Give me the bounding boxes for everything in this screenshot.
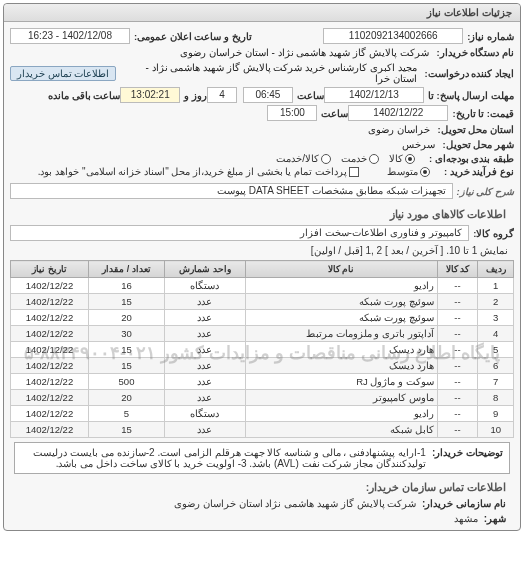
cell-name: ماوس کامپیوتر — [245, 390, 437, 406]
label-purchase-type: نوع فرآیند خرید : — [444, 166, 514, 177]
table-row: 1--رادیودستگاه161402/12/22 — [11, 278, 514, 294]
label-need: شرح کلی نیاز: — [457, 186, 514, 197]
cell-date: 1402/12/22 — [11, 422, 89, 438]
table-row: 3--سوئیچ پورت شبکهعدد201402/12/22 — [11, 310, 514, 326]
cell-n: 9 — [478, 406, 514, 422]
cell-name: کابل شبکه — [245, 422, 437, 438]
th-unit: واحد شمارش — [165, 261, 246, 278]
table-wrapper: ردیف کد کالا نام کالا واحد شمارش تعداد /… — [10, 260, 514, 438]
cell-unit: عدد — [165, 374, 246, 390]
cell-date: 1402/12/22 — [11, 390, 89, 406]
cell-date: 1402/12/22 — [11, 406, 89, 422]
cell-n: 10 — [478, 422, 514, 438]
cell-unit: دستگاه — [165, 278, 246, 294]
label-footer-city: شهر: — [484, 513, 506, 524]
value-need: تجهیزات شبکه مطابق مشخصات DATA SHEET پیو… — [10, 183, 453, 199]
cell-date: 1402/12/22 — [11, 310, 89, 326]
cell-date: 1402/12/22 — [11, 278, 89, 294]
cell-name: هارد دیسک — [245, 358, 437, 374]
value-price-time: 15:00 — [267, 105, 317, 121]
cell-unit: عدد — [165, 390, 246, 406]
table-row: 10--کابل شبکهعدد151402/12/22 — [11, 422, 514, 438]
cell-name: سوکت و ماژول RJ — [245, 374, 437, 390]
value-time-left: 13:02:21 — [120, 87, 180, 103]
label-goods-group: گروه کالا: — [473, 228, 514, 239]
label-time-left: ساعت باقی مانده — [48, 90, 120, 101]
radio-label: کالا — [389, 153, 403, 164]
cell-qty: 15 — [88, 358, 164, 374]
cell-qty: 15 — [88, 342, 164, 358]
value-footer-city: مشهد — [454, 513, 478, 524]
radio-budget-kala[interactable]: کالا — [389, 153, 415, 164]
cell-code: -- — [437, 358, 478, 374]
table-row: 2--سوئیچ پورت شبکهعدد151402/12/22 — [11, 294, 514, 310]
label-price-date: قیمت: تا تاریخ: — [452, 108, 514, 119]
label-deliv-prov: استان محل تحویل: — [438, 124, 514, 135]
table-row: 5--هارد دیسکعدد151402/12/22 — [11, 342, 514, 358]
cell-unit: عدد — [165, 294, 246, 310]
buyer-note: توضیحات خریدار: 1-ارایه پیشنهادفنی ، مال… — [14, 442, 510, 474]
cell-qty: 5 — [88, 406, 164, 422]
label-deliv-city: شهر محل تحویل: — [443, 139, 514, 150]
cell-code: -- — [437, 390, 478, 406]
row-delivery-city: شهر محل تحویل: سرخس — [10, 138, 514, 151]
label-budget: طبقه بندی بودجه‌ای : — [429, 153, 514, 164]
th-date: تاریخ نیاز — [11, 261, 89, 278]
value-goods-group: کامپیوتر و فناوری اطلاعات-سخت افزار — [10, 225, 469, 241]
cell-date: 1402/12/22 — [11, 294, 89, 310]
row-purchase-type: نوع فرآیند خرید : متوسط پرداخت تمام یا ب… — [10, 166, 514, 177]
pager[interactable]: نمایش 1 تا 10. [ آخرین / بعد ] 2 ,1 [قبل… — [10, 243, 514, 258]
cell-qty: 30 — [88, 326, 164, 342]
radio-dot-icon — [420, 167, 430, 177]
cell-unit: عدد — [165, 358, 246, 374]
radio-label: کالا/خدمت — [276, 153, 319, 164]
goods-section-title: اطلاعات کالاهای مورد نیاز — [10, 205, 514, 223]
cell-n: 8 — [478, 390, 514, 406]
table-row: 8--ماوس کامپیوترعدد201402/12/22 — [11, 390, 514, 406]
footer-city: شهر: مشهد — [10, 511, 514, 526]
value-deadline-date: 1402/12/13 — [324, 87, 424, 103]
radio-budget-khedmat[interactable]: خدمت — [341, 153, 379, 164]
contact-buyer-button[interactable]: اطلاعات تماس خریدار — [10, 66, 116, 81]
cell-name: هارد دیسک — [245, 342, 437, 358]
row-need-title: شرح کلی نیاز: تجهیزات شبکه مطابق مشخصات … — [10, 183, 514, 199]
cell-code: -- — [437, 342, 478, 358]
cell-code: -- — [437, 278, 478, 294]
cell-unit: عدد — [165, 422, 246, 438]
row-price-date: قیمت: تا تاریخ: 1402/12/22 ساعت 15:00 — [10, 105, 514, 121]
value-deliv-prov: خراسان رضوی — [364, 123, 434, 136]
radio-budget-both[interactable]: کالا/خدمت — [276, 153, 331, 164]
cell-qty: 16 — [88, 278, 164, 294]
label-time2: ساعت — [321, 108, 348, 119]
table-row: 4--آداپتور باتری و ملزومات مرتبطعدد30140… — [11, 326, 514, 342]
cell-qty: 15 — [88, 422, 164, 438]
value-deliv-city: سرخس — [398, 138, 439, 151]
checkbox-label: پرداخت تمام یا بخشی از مبلغ خرید،از محل … — [38, 166, 347, 177]
cell-name: رادیو — [245, 406, 437, 422]
cell-code: -- — [437, 422, 478, 438]
radio-purchase-medium[interactable]: متوسط — [387, 166, 430, 177]
cell-name: سوئیچ پورت شبکه — [245, 294, 437, 310]
buyer-note-text: 1-ارایه پیشنهادفنی ، مالی و شناسه کالا ج… — [21, 447, 426, 469]
footer-org: نام سازمانی خریدار: شرکت پالایش گاز شهید… — [10, 496, 514, 511]
cell-n: 1 — [478, 278, 514, 294]
label-requester: ایجاد کننده درخواست: — [425, 68, 514, 79]
label-announce: تاریخ و ساعت اعلان عمومی: — [134, 31, 252, 42]
table-row: 7--سوکت و ماژول RJعدد5001402/12/22 — [11, 374, 514, 390]
label-buyer-note: توضیحات خریدار: — [432, 447, 503, 469]
value-days-left: 4 — [207, 87, 237, 103]
cell-date: 1402/12/22 — [11, 326, 89, 342]
checkbox-treasury[interactable]: پرداخت تمام یا بخشی از مبلغ خرید،از محل … — [38, 166, 359, 177]
label-org: نام دستگاه خریدار: — [437, 47, 514, 58]
panel-body: شماره نیاز: 1102092134002666 تاریخ و ساع… — [4, 22, 520, 530]
th-n: ردیف — [478, 261, 514, 278]
label-days-left: روز و — [184, 90, 207, 101]
table-row: 9--رادیودستگاه51402/12/22 — [11, 406, 514, 422]
cell-unit: عدد — [165, 326, 246, 342]
cell-qty: 500 — [88, 374, 164, 390]
value-footer-org: شرکت پالایش گاز شهید هاشمی نژاد استان خر… — [174, 498, 416, 509]
cell-date: 1402/12/22 — [11, 374, 89, 390]
cell-qty: 20 — [88, 310, 164, 326]
cell-date: 1402/12/22 — [11, 342, 89, 358]
pager-text: نمایش 1 تا 10. [ آخرین / بعد ] 2 ,1 [قبل… — [311, 245, 508, 256]
